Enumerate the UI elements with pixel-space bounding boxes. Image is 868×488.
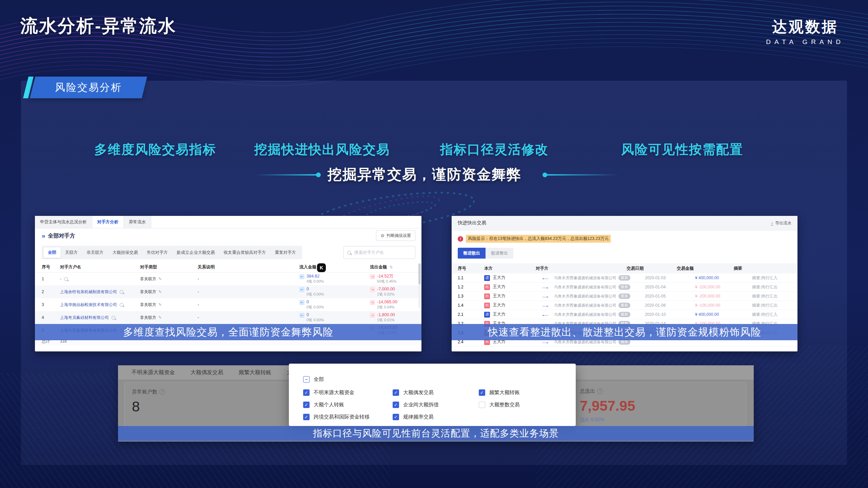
tab-unknown-source-funds[interactable]: 不明来源大额资金 <box>132 369 175 376</box>
filter-unrelated[interactable]: 非关联方 <box>82 247 108 258</box>
download-icon: ↓ <box>771 221 773 225</box>
counterparty-company: 乌鲁木齐西豫盛通机械设备有限公司 <box>554 312 616 317</box>
counterparty-name-link[interactable]: 上海奇克氟硅材料有限公司 <box>60 315 109 321</box>
transaction-row[interactable]: 2.1 进王大力 ← 乌鲁木齐西豫盛通机械设备有限公司股东 2020-01-10… <box>452 310 797 319</box>
total-outflow-value: 7,957.95 <box>580 398 742 414</box>
transaction-row[interactable]: 1.2 出王大力 → 乌鲁木齐西豫盛通机械设备有限公司股东 2020-01-04… <box>452 283 797 292</box>
filter-duplicate[interactable]: 重复对手方 <box>271 247 301 258</box>
in-out-tab-group: 整进散出 散进整出 <box>458 248 513 259</box>
chevron-right-icon[interactable]: » <box>42 232 45 240</box>
checkbox-option[interactable]: 大额整数交易 <box>479 402 520 408</box>
indicator-checkbox-popup: 全部 不明来源大额资金 大额偶发交易 频繁大额转账 大额个人转账 企业间大额拆借 <box>289 364 576 426</box>
tab-subject-flow-overview[interactable]: 申贷主体与流水总况分析 <box>35 216 92 228</box>
page-title: 流水分析-异常流水 <box>20 14 176 38</box>
inflow-icon: ⇠ <box>299 313 304 318</box>
tab-occasional-large[interactable]: 大额偶发交易 <box>191 369 223 376</box>
feature-heading-3: 指标口径灵活修改 <box>440 141 549 158</box>
counterparty-company: 乌鲁木齐西豫盛通机械设备有限公司 <box>554 276 616 281</box>
table-row[interactable]: 3 上海华测品标检测技术有限公司 非关联方✎ - ⇠00笔 0.00% ⇢-14… <box>35 298 421 311</box>
magnifier-icon[interactable] <box>120 290 123 294</box>
counterparty-name-link[interactable]: - <box>60 277 61 281</box>
filter-discredited[interactable]: 失信对手方 <box>142 247 173 258</box>
col-type: 对手类型 <box>140 264 198 270</box>
tagline-dot-left <box>316 172 321 177</box>
feature-heading-1: 多维度风险交易指标 <box>94 141 216 158</box>
magnifier-icon[interactable] <box>64 277 68 281</box>
checkbox-option[interactable]: 大额个人转账 <box>303 402 344 408</box>
table-row[interactable]: 4 上海奇克氟硅材料有限公司 非关联方✎ - ⇠00笔 0.00% ⇢-1,80… <box>35 311 421 324</box>
col-no: 序号 <box>42 264 60 270</box>
slide: 流水分析-异常流水 达观数据 DATA GRAND 风险交易分析 多维度风险交易… <box>0 0 868 488</box>
magnifier-icon[interactable] <box>112 316 115 320</box>
gear-icon: ⚙ <box>380 233 384 238</box>
brand-logo: 达观数据 DATA GRAND <box>766 17 844 46</box>
filter-large-guarantee[interactable]: 大额担保交易 <box>108 247 142 258</box>
right-panel-title: 快进快出交易 <box>458 220 486 226</box>
tab-whole-in-scatter-out[interactable]: 整进散出 <box>458 248 486 259</box>
edit-icon[interactable]: ✎ <box>158 289 162 294</box>
checkbox-option[interactable]: 规律频率交易 <box>393 414 434 420</box>
direction-out-badge: 出 <box>484 284 490 290</box>
edit-icon[interactable]: ✎ <box>158 315 162 320</box>
tab-abnormal-flow[interactable]: 异常流水 <box>124 216 151 228</box>
checkbox-option[interactable]: 不明来源大额资金 <box>303 389 354 396</box>
checked-checkbox-icon[interactable] <box>303 414 310 420</box>
checked-checkbox-icon[interactable] <box>303 402 310 408</box>
checked-checkbox-icon[interactable] <box>393 389 399 396</box>
counterparty-name-link[interactable]: 上海余特包装机械制造有限公司 <box>60 289 117 295</box>
tagline: 挖掘异常交易，谨防资金舞弊 <box>328 165 521 184</box>
search-input[interactable] <box>354 250 412 255</box>
scrollbar-thumb[interactable] <box>418 263 421 284</box>
checkbox-option[interactable]: 跨境交易和国际资金转移 <box>303 414 370 420</box>
checked-checkbox-icon[interactable] <box>303 389 310 396</box>
checkbox-option[interactable]: 大额偶发交易 <box>393 389 434 396</box>
counterparty-search[interactable] <box>343 246 415 259</box>
feature-heading-4: 风险可见性按需配置 <box>621 141 743 158</box>
help-icon[interactable]: ? <box>597 388 603 394</box>
threshold-settings-button[interactable]: ⚙ 判断阈值设置 <box>376 230 415 241</box>
tab-scatter-in-whole-out[interactable]: 散进整出 <box>486 248 513 259</box>
sort-icon[interactable]: ⇅ <box>390 265 393 269</box>
table-row[interactable]: 2 上海余特包装机械制造有限公司 非关联方✎ - ⇠00笔 0.00% ⇢-7,… <box>35 285 421 298</box>
search-icon <box>347 251 351 255</box>
table-row[interactable]: 1 - 非关联方✎ - ⇠384.624笔 0.00% ⇢-14.52万50笔 … <box>35 272 421 285</box>
direction-in-badge: 进 <box>484 275 490 281</box>
magnifier-icon[interactable] <box>120 303 123 307</box>
filter-all[interactable]: 全部 <box>43 247 61 258</box>
checked-checkbox-icon[interactable] <box>479 389 485 396</box>
filter-related[interactable]: 关联方 <box>61 247 82 258</box>
edit-icon[interactable]: ✎ <box>158 302 162 307</box>
transaction-row[interactable]: 1.3 出王大力 → 乌鲁木齐西豫盛通机械设备有限公司股东 2020-01-05… <box>452 292 797 301</box>
indeterminate-checkbox-icon[interactable] <box>303 376 310 383</box>
unchecked-checkbox-icon[interactable] <box>479 402 485 408</box>
filter-overlap[interactable]: 收支重合度较高对手方 <box>219 247 271 258</box>
table-header-row: 序号 本方 对手方 交易日期 交易金额 摘要 <box>452 263 797 273</box>
outflow-icon: ⇢ <box>370 287 375 292</box>
outflow-icon: ⇢ <box>370 274 375 279</box>
counterparty-company: 乌鲁木齐西豫盛通机械设备有限公司 <box>554 303 616 308</box>
help-icon[interactable]: ? <box>159 389 165 395</box>
left-caption-banner: 多维度查找风险交易，全面谨防资金舞弊风险 <box>35 324 421 340</box>
flow-arrow-icon: → <box>539 294 550 299</box>
edit-icon[interactable]: ✎ <box>158 277 162 281</box>
transaction-row[interactable]: 1.1 进王大力 ← 乌鲁木齐西豫盛通机械设备有限公司股东 2020-01-03… <box>452 273 797 283</box>
filter-new-company-large[interactable]: 新成立企业大额交易 <box>172 247 219 258</box>
tab-counterparty-analysis[interactable]: 对手方分析 <box>92 216 124 228</box>
export-flow-button[interactable]: ↓ 导出流水 <box>771 220 791 226</box>
checked-checkbox-icon[interactable] <box>393 402 399 408</box>
checked-checkbox-icon[interactable] <box>393 414 399 420</box>
checkbox-all[interactable]: 全部 <box>303 376 324 383</box>
shareholder-tag: 股东 <box>618 303 630 308</box>
tagline-line-right <box>547 174 618 176</box>
threshold-settings-label: 判断阈值设置 <box>387 233 411 239</box>
direction-in-badge: 进 <box>484 312 490 318</box>
checkbox-option[interactable]: 频繁大额转账 <box>479 389 520 396</box>
checkbox-option[interactable]: 企业间大额拆借 <box>393 402 439 408</box>
vertical-scrollbar[interactable] <box>418 263 421 308</box>
transaction-row[interactable]: 1.4 出王大力 → 乌鲁木齐西豫盛通机械设备有限公司股东 2020-01-06… <box>452 301 797 310</box>
indicator-config-screenshot: 不明来源大额资金 大额偶发交易 频繁大额转账 大额 异常账户数 ? 8 总流出 … <box>118 365 754 442</box>
tab-frequent-large-transfer[interactable]: 频繁大额转账 <box>239 369 271 376</box>
counterparty-name-link[interactable]: 上海华测品标检测技术有限公司 <box>60 302 117 308</box>
right-panel-header: 快进快出交易 ↓ 导出流水 <box>452 216 797 230</box>
tagline-line-left <box>255 174 318 176</box>
